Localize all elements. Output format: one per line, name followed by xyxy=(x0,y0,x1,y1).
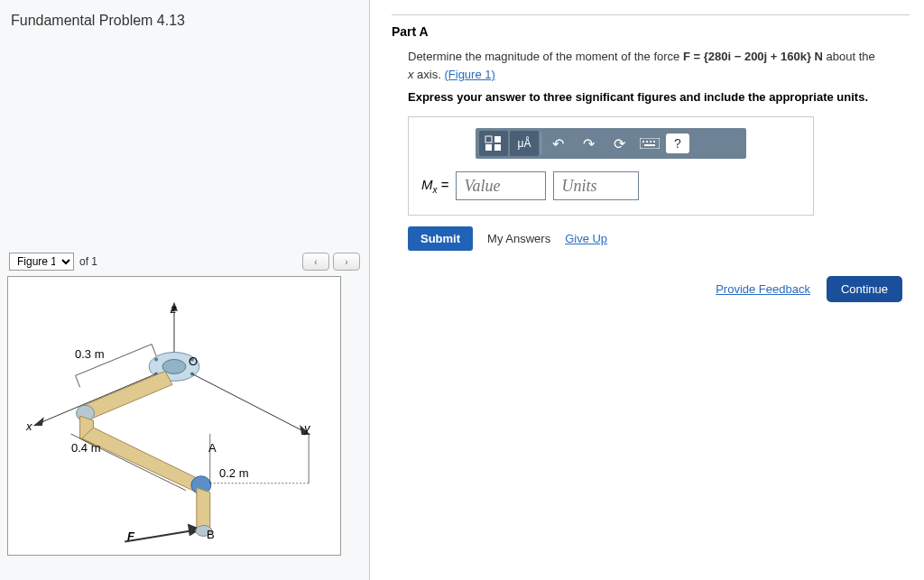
figure-next-button[interactable]: › xyxy=(333,253,360,271)
instruction-text: Express your answer to three significant… xyxy=(408,90,910,104)
figure-nav: ‹ › xyxy=(302,253,360,271)
label-z: z xyxy=(171,302,177,316)
figure-link[interactable]: (Figure 1) xyxy=(444,68,494,81)
submit-button[interactable]: Submit xyxy=(408,226,473,251)
svg-line-13 xyxy=(152,345,156,356)
svg-rect-29 xyxy=(494,136,501,143)
force-vec: F xyxy=(683,50,690,63)
prompt-pre: Determine the magnitude of the moment of… xyxy=(408,50,683,63)
label-o: O xyxy=(189,354,198,368)
continue-button[interactable]: Continue xyxy=(827,276,902,302)
svg-rect-28 xyxy=(485,136,492,143)
figure-prev-button[interactable]: ‹ xyxy=(302,253,329,271)
label-f: F xyxy=(127,529,134,543)
svg-rect-31 xyxy=(494,144,501,151)
figure-toolbar: Figure 1 of 1 ‹ › xyxy=(7,251,362,272)
figure-select[interactable]: Figure 1 xyxy=(9,253,74,271)
submit-row: Submit My Answers Give Up xyxy=(408,226,910,251)
svg-rect-36 xyxy=(653,141,655,143)
undo-button[interactable]: ↶ xyxy=(543,131,572,156)
svg-marker-19 xyxy=(82,428,204,493)
svg-rect-35 xyxy=(650,141,651,143)
give-up-link[interactable]: Give Up xyxy=(565,232,607,245)
figure-count: of 1 xyxy=(79,255,97,268)
separator xyxy=(541,133,541,154)
reset-button[interactable]: ⟳ xyxy=(605,131,633,156)
part-title: Part A xyxy=(392,24,910,39)
footer-row: Provide Feedback Continue xyxy=(392,276,910,302)
figure-viewport: z O x y A B F 0.3 m 0.4 m 0.2 m xyxy=(7,276,341,556)
figure-diagram xyxy=(8,277,340,555)
keyboard-icon xyxy=(640,138,660,149)
problem-title: Fundamental Problem 4.13 xyxy=(7,7,362,34)
svg-rect-37 xyxy=(644,144,655,146)
app-container: Fundamental Problem 4.13 Figure 1 of 1 ‹… xyxy=(0,0,924,580)
svg-line-10 xyxy=(192,373,309,434)
axis-text: x xyxy=(408,68,414,81)
answer-box: μÅ ↶ ↷ ⟳ ? Mx = xyxy=(408,116,814,216)
svg-rect-33 xyxy=(642,141,644,143)
prompt-text: Determine the magnitude of the moment of… xyxy=(408,48,910,83)
svg-line-14 xyxy=(76,375,80,387)
svg-line-25 xyxy=(125,529,197,541)
label-y: y xyxy=(304,421,310,435)
answer-variable: Mx = xyxy=(421,177,448,195)
symbols-button[interactable]: μÅ xyxy=(510,131,539,156)
units-input[interactable] xyxy=(553,171,639,200)
right-panel: Part A Determine the magnitude of the mo… xyxy=(370,0,924,580)
svg-rect-34 xyxy=(646,141,648,143)
help-button[interactable]: ? xyxy=(666,133,689,153)
label-b: B xyxy=(207,528,215,541)
value-input[interactable] xyxy=(456,171,546,200)
my-answers-label: My Answers xyxy=(487,232,550,245)
left-panel: Fundamental Problem 4.13 Figure 1 of 1 ‹… xyxy=(0,0,370,580)
provide-feedback-link[interactable]: Provide Feedback xyxy=(716,282,810,296)
redo-button[interactable]: ↷ xyxy=(574,131,603,156)
label-d02: 0.2 m xyxy=(219,466,249,480)
svg-point-3 xyxy=(162,359,186,373)
answer-toolbar: μÅ ↶ ↷ ⟳ ? xyxy=(476,128,746,159)
svg-rect-30 xyxy=(485,144,492,151)
templates-button[interactable] xyxy=(479,131,508,156)
label-a: A xyxy=(208,441,217,455)
svg-rect-32 xyxy=(640,138,660,149)
force-expr: = {280i − 200j + 160k} N xyxy=(690,50,823,63)
input-row: Mx = xyxy=(421,171,800,200)
prompt-post: about the xyxy=(823,50,875,63)
label-x: x xyxy=(26,419,32,433)
divider xyxy=(392,14,910,15)
keyboard-button[interactable] xyxy=(635,131,664,156)
label-d03: 0.3 m xyxy=(75,347,105,361)
label-d04: 0.4 m xyxy=(71,441,101,455)
svg-point-4 xyxy=(154,358,158,362)
svg-marker-9 xyxy=(33,417,44,426)
